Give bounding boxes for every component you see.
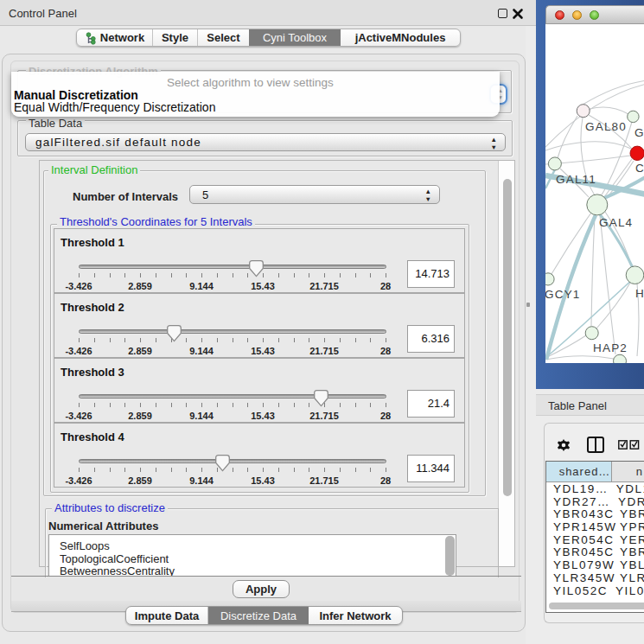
svg-text:GA: GA — [634, 126, 644, 139]
svg-text:GCY1: GCY1 — [545, 288, 581, 301]
svg-text:GAL80: GAL80 — [585, 120, 627, 133]
svg-text:C: C — [635, 162, 644, 175]
svg-text:H: H — [635, 287, 644, 300]
svg-text:GAL11: GAL11 — [556, 173, 596, 186]
svg-text:GAL4: GAL4 — [599, 216, 633, 229]
svg-text:HAP2: HAP2 — [593, 341, 628, 354]
